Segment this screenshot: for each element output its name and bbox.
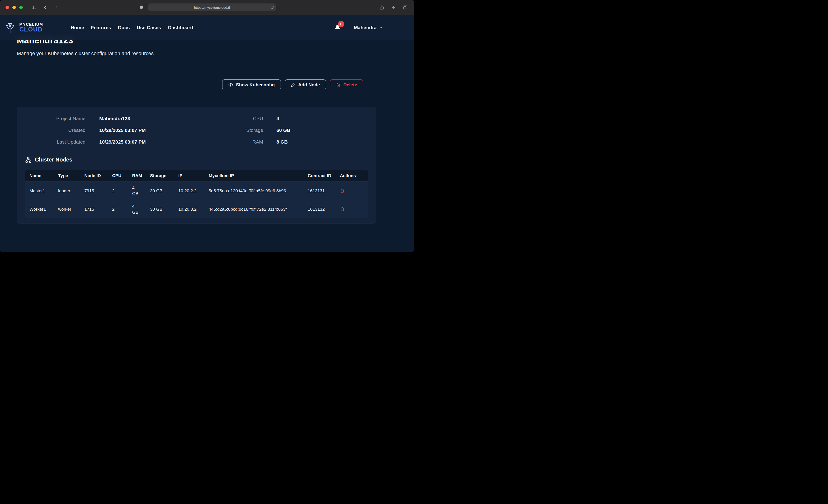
cell-cpu: 2 <box>108 200 128 218</box>
info-label: Storage <box>197 127 263 134</box>
col-header-ip: IP <box>174 170 205 181</box>
nav-link-dashboard[interactable]: Dashboard <box>168 25 193 30</box>
reload-icon <box>270 5 274 9</box>
nav-link-docs[interactable]: Docs <box>118 25 130 30</box>
cluster-info-right: CPU 4 Storage 60 GB RAM 8 GB <box>197 115 368 145</box>
cell-mycelium-ip: 5d8:78ea:a120:f40c:ff0f:a5fe:99e6:8b96 <box>205 181 303 200</box>
col-header-type: Type <box>54 170 80 181</box>
cell-storage: 30 GB <box>146 200 174 218</box>
nav-link-home[interactable]: Home <box>71 25 84 30</box>
cell-ip: 10.20.2.2 <box>174 181 205 200</box>
info-value: 10/29/2025 03:07 PM <box>99 138 197 145</box>
info-value: 10/29/2025 03:07 PM <box>99 127 197 134</box>
table-header-row: Name Type Node ID CPU RAM Storage IP Myc… <box>25 170 368 181</box>
cluster-nodes-title: Cluster Nodes <box>35 157 72 163</box>
col-header-actions: Actions <box>336 170 368 181</box>
sidebar-toggle-button[interactable] <box>31 4 37 11</box>
zoom-button[interactable] <box>19 6 23 9</box>
page-subtitle: Manage your Kubernetes cluster configura… <box>17 50 376 56</box>
chevron-right-icon <box>54 5 58 10</box>
trash-icon <box>340 189 344 193</box>
col-header-contract-id: Contract ID <box>303 170 336 181</box>
nav-links: Home Features Docs Use Cases Dashboard <box>71 25 193 30</box>
nav-link-features[interactable]: Features <box>91 25 111 30</box>
close-button[interactable] <box>5 6 9 9</box>
browser-window: https://myceliumcloud.tf <box>0 0 414 252</box>
info-label: Last Updated <box>25 138 85 145</box>
show-kubeconfig-label: Show Kubeconfig <box>236 82 275 87</box>
privacy-shield-icon[interactable] <box>138 4 144 11</box>
back-button[interactable] <box>42 4 48 10</box>
show-kubeconfig-button[interactable]: Show Kubeconfig <box>222 80 281 90</box>
delete-node-button[interactable] <box>340 207 345 212</box>
pencil-icon <box>291 83 295 87</box>
delete-label: Delete <box>343 82 357 87</box>
cell-type: leader <box>54 181 80 200</box>
browser-toolbar: https://myceliumcloud.tf <box>0 0 414 15</box>
brand-name-bottom: CLOUD <box>19 27 43 33</box>
cell-ram: 4 GB <box>128 200 146 218</box>
user-menu[interactable]: Mahendra <box>354 25 383 30</box>
info-label: Project Name <box>25 115 85 122</box>
page: MYCELIUM CLOUD Home Features Docs Use Ca… <box>0 15 414 252</box>
user-name: Mahendra <box>354 25 377 30</box>
reload-button[interactable] <box>270 5 274 9</box>
brand-text: MYCELIUM CLOUD <box>19 23 43 33</box>
cell-actions <box>336 200 368 218</box>
traffic-lights <box>5 6 23 9</box>
col-header-node-id: Node ID <box>80 170 108 181</box>
info-value: 8 GB <box>277 138 368 145</box>
cluster-nodes-heading: Cluster Nodes <box>25 157 368 163</box>
cell-mycelium-ip: 446:d2a6:8bcd:8c16:ff0f:72e2:3114:863f <box>205 200 303 218</box>
cell-storage: 30 GB <box>146 181 174 200</box>
nodes-table-wrapper: Name Type Node ID CPU RAM Storage IP Myc… <box>25 170 368 218</box>
delete-node-button[interactable] <box>340 188 345 193</box>
trash-icon <box>336 83 340 87</box>
col-header-mycelium-ip: Mycelium IP <box>205 170 303 181</box>
toolbar-right <box>378 4 409 11</box>
brand-logo[interactable]: MYCELIUM CLOUD <box>4 22 43 34</box>
share-button[interactable] <box>378 4 385 11</box>
trash-icon <box>340 207 344 211</box>
address-bar[interactable]: https://myceliumcloud.tf <box>148 3 276 11</box>
delete-cluster-button[interactable]: Delete <box>330 80 363 90</box>
col-header-ram: RAM <box>128 170 146 181</box>
cell-actions <box>336 181 368 200</box>
cell-type: worker <box>54 200 80 218</box>
page-content: Mahendra123 Manage your Kubernetes clust… <box>0 15 414 223</box>
mycelium-logo-icon <box>4 22 16 34</box>
sidebar-icon <box>32 5 37 10</box>
eye-icon <box>228 82 233 87</box>
cluster-info: Project Name Mahendra123 Created 10/29/2… <box>25 115 368 145</box>
col-header-storage: Storage <box>146 170 174 181</box>
navbar-right: 11 Mahendra <box>334 25 383 31</box>
cell-contract-id: 1613131 <box>303 181 336 200</box>
cluster-actions: Show Kubeconfig Add Node Delete <box>17 80 363 90</box>
cluster-info-left: Project Name Mahendra123 Created 10/29/2… <box>25 115 197 145</box>
info-value: Mahendra123 <box>99 115 197 122</box>
tabs-overview-button[interactable] <box>402 4 409 11</box>
url-text: https://myceliumcloud.tf <box>194 5 230 9</box>
minimize-button[interactable] <box>12 6 16 9</box>
info-value: 4 <box>277 115 368 122</box>
info-value: 60 GB <box>277 127 368 134</box>
cell-node-id: 1715 <box>80 200 108 218</box>
nav-link-use-cases[interactable]: Use Cases <box>137 25 161 30</box>
table-row: Master1 leader 7915 2 4 GB 30 GB 10.20.2… <box>25 181 368 200</box>
cell-ram: 4 GB <box>128 181 146 200</box>
cell-name: Worker1 <box>25 200 54 218</box>
network-icon <box>25 157 32 163</box>
chevron-left-icon <box>43 5 48 10</box>
navbar: MYCELIUM CLOUD Home Features Docs Use Ca… <box>0 15 414 40</box>
forward-button[interactable] <box>53 4 59 10</box>
tabs-icon <box>403 5 408 10</box>
notifications-button[interactable]: 11 <box>334 25 341 31</box>
new-tab-button[interactable] <box>390 4 397 11</box>
info-label: CPU <box>197 115 263 122</box>
col-header-name: Name <box>25 170 54 181</box>
notification-badge: 11 <box>338 21 344 27</box>
cell-contract-id: 1613132 <box>303 200 336 218</box>
info-label: RAM <box>197 138 263 145</box>
add-node-button[interactable]: Add Node <box>285 80 326 90</box>
col-header-cpu: CPU <box>108 170 128 181</box>
